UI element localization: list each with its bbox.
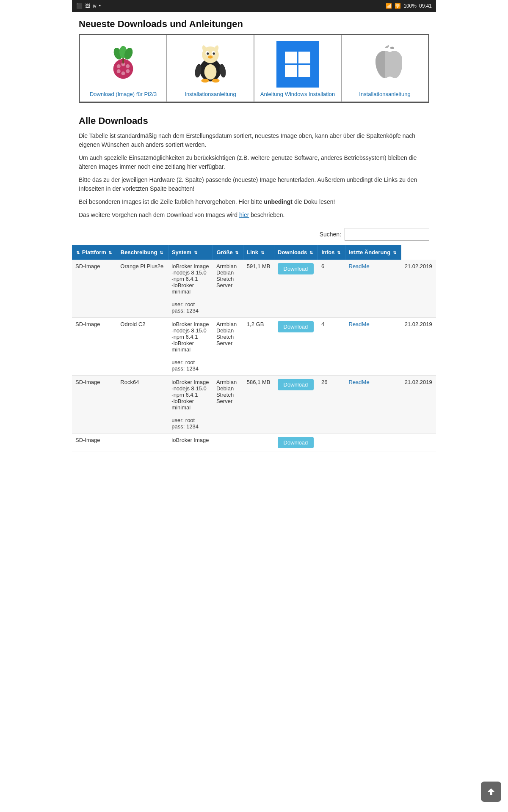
desc-para-2: Um auch spezielle Einsatzmöglichkeiten z… xyxy=(72,154,436,176)
readme-link[interactable]: ReadMe xyxy=(349,379,370,385)
page-title: Neueste Downloads und Anleitungen xyxy=(72,12,436,34)
cell-system: ArmbianDebianStretchServer xyxy=(213,318,243,376)
cell-size xyxy=(243,433,274,452)
platform-cell-windows[interactable]: Anleitung Windows Installation xyxy=(254,35,341,102)
svg-point-4 xyxy=(126,64,130,68)
cell-description: ioBroker Image xyxy=(168,433,213,452)
cell-downloads: 26 xyxy=(318,376,345,433)
svg-point-18 xyxy=(208,55,213,58)
svg-point-17 xyxy=(213,52,215,55)
cell-description: ioBroker Image-nodejs 8.15.0-npm 6.4.1-i… xyxy=(168,260,213,318)
raspberry-icon xyxy=(102,41,144,88)
cell-size: 591,1 MB xyxy=(243,260,274,318)
readme-link[interactable]: ReadMe xyxy=(349,263,370,269)
svg-point-21 xyxy=(204,64,217,80)
col-header-beschreibung[interactable]: Beschreibung ⇅ xyxy=(117,245,168,260)
download-button[interactable]: Download xyxy=(278,263,314,274)
table-row: SD-Image Odroid C2 ioBroker Image-nodejs… xyxy=(72,318,436,376)
status-left: ⬛ 🖼 iv • xyxy=(76,3,101,9)
svg-point-6 xyxy=(121,71,125,75)
status-bar: ⬛ 🖼 iv • 📶 🛜 100% 09:41 xyxy=(72,0,436,12)
signal-icon: 📶 xyxy=(386,3,392,9)
desc-para-3: Bitte das zu der jeweiligen Hardware (2.… xyxy=(72,176,436,198)
svg-rect-11 xyxy=(122,58,124,64)
cell-date xyxy=(401,433,436,452)
raspberry-link[interactable]: Download (Image) für Pi2/3 xyxy=(90,91,157,97)
platform-cell-raspberry[interactable]: Download (Image) für Pi2/3 xyxy=(80,35,167,102)
svg-rect-25 xyxy=(213,79,218,81)
col-header-infos[interactable]: Infos ⇅ xyxy=(318,245,345,260)
svg-point-2 xyxy=(117,64,121,68)
svg-rect-24 xyxy=(203,79,207,81)
search-input[interactable] xyxy=(345,228,429,241)
cell-info: ReadMe xyxy=(345,318,401,376)
table-header-row: ⇅ Plattform ⇅ Beschreibung ⇅ System ⇅ Gr… xyxy=(72,245,436,260)
cell-info xyxy=(345,433,401,452)
cell-link: Download xyxy=(274,318,318,376)
screenshot-icon: ⬛ xyxy=(76,3,83,9)
platform-grid: Download (Image) für Pi2/3 xyxy=(79,34,429,103)
cell-downloads: 4 xyxy=(318,318,345,376)
col-header-downloads[interactable]: Downloads ⇅ xyxy=(274,245,318,260)
readme-link[interactable]: ReadMe xyxy=(349,321,370,327)
col-header-system[interactable]: System ⇅ xyxy=(168,245,213,260)
image-icon: 🖼 xyxy=(85,3,90,9)
cell-system: ArmbianDebianStretchServer xyxy=(213,376,243,433)
col-header-groesse[interactable]: Größe ⇅ xyxy=(213,245,243,260)
table-row: SD-Image ioBroker Image Download xyxy=(72,433,436,452)
cell-platform: SD-Image xyxy=(72,376,117,433)
cell-info: ReadMe xyxy=(345,376,401,433)
iv-label: iv xyxy=(93,3,97,9)
download-button[interactable]: Download xyxy=(278,379,314,390)
search-label: Suchen: xyxy=(320,231,341,238)
cell-link: Download xyxy=(274,376,318,433)
platform-cell-apple[interactable]: Installationsanleitung xyxy=(341,35,428,102)
cell-description: ioBroker Image-nodejs 8.15.0-npm 6.4.1-i… xyxy=(168,376,213,433)
cell-hardware: Odroid C2 xyxy=(117,318,168,376)
cell-downloads: 6 xyxy=(318,260,345,318)
cell-date: 21.02.2019 xyxy=(401,260,436,318)
hier-link[interactable]: hier xyxy=(239,211,249,218)
desc-para-1: Die Tabelle ist standardmäßig nach dem E… xyxy=(72,132,436,154)
cell-size: 586,1 MB xyxy=(243,376,274,433)
clock: 09:41 xyxy=(419,3,432,9)
all-downloads-title: Alle Downloads xyxy=(72,115,436,132)
table-row: SD-Image Rock64 ioBroker Image-nodejs 8.… xyxy=(72,376,436,433)
status-right: 📶 🛜 100% 09:41 xyxy=(386,3,432,9)
col-header-platform[interactable]: ⇅ Plattform ⇅ xyxy=(72,245,117,260)
svg-point-7 xyxy=(126,69,130,73)
col-header-link[interactable]: Link ⇅ xyxy=(243,245,274,260)
cell-system xyxy=(213,433,243,452)
cell-hardware: Rock64 xyxy=(117,376,168,433)
desc-para-4: Bei besonderen Images ist die Zeile farb… xyxy=(72,198,436,211)
windows-link[interactable]: Anleitung Windows Installation xyxy=(260,91,335,97)
search-row: Suchen: xyxy=(72,224,436,245)
download-button[interactable]: Download xyxy=(278,321,314,332)
cell-platform: SD-Image xyxy=(72,433,117,452)
cell-link: Download xyxy=(274,433,318,452)
cell-date: 21.02.2019 xyxy=(401,376,436,433)
svg-point-16 xyxy=(207,52,209,55)
apple-link[interactable]: Installationsanleitung xyxy=(359,91,410,97)
battery-level: 100% xyxy=(403,3,417,9)
cell-info: ReadMe xyxy=(345,260,401,318)
cell-description: ioBroker Image-nodejs 8.15.0-npm 6.4.1-i… xyxy=(168,318,213,376)
desc-para-5: Das weitere Vorgehen nach dem Download v… xyxy=(72,211,436,224)
linux-link[interactable]: Installationsanleitung xyxy=(185,91,236,97)
svg-point-5 xyxy=(117,69,121,73)
download-button[interactable]: Download xyxy=(278,437,314,448)
dot-menu: • xyxy=(99,3,101,9)
cell-date: 21.02.2019 xyxy=(401,318,436,376)
col-header-date[interactable]: letzte Änderung ⇅ xyxy=(345,245,401,260)
downloads-table: ⇅ Plattform ⇅ Beschreibung ⇅ System ⇅ Gr… xyxy=(72,245,436,452)
cell-platform: SD-Image xyxy=(72,318,117,376)
windows-icon xyxy=(276,41,319,88)
cell-hardware: Orange Pi Plus2e xyxy=(117,260,168,318)
platform-cell-linux[interactable]: Installationsanleitung xyxy=(167,35,254,102)
wifi-icon: 🛜 xyxy=(395,3,401,9)
apple-icon xyxy=(364,41,406,88)
cell-system: ArmbianDebianStretchServer xyxy=(213,260,243,318)
cell-size: 1,2 GB xyxy=(243,318,274,376)
linux-icon xyxy=(189,41,232,88)
cell-hardware xyxy=(117,433,168,452)
